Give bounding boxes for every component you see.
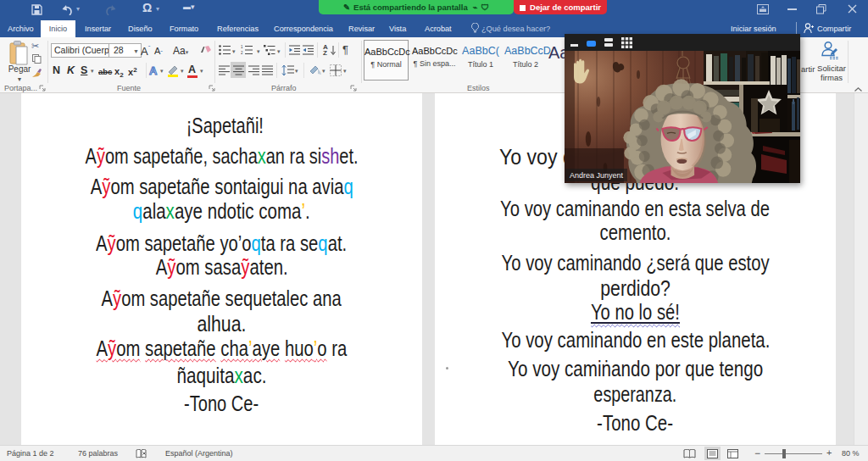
svg-text:1: 1 <box>241 45 243 49</box>
svg-text:Andrea Junyent: Andrea Junyent <box>570 171 624 180</box>
svg-text:2: 2 <box>241 51 243 55</box>
